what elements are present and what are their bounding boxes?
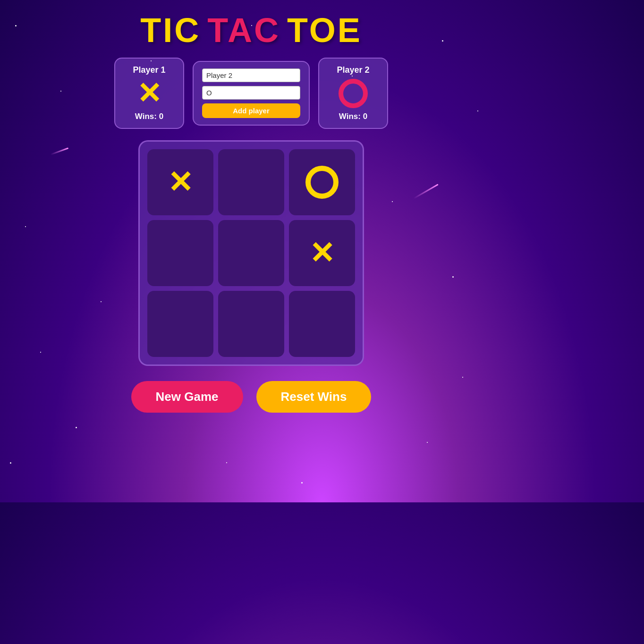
star-1 [60, 91, 61, 92]
new-game-button[interactable]: New Game [131, 381, 243, 413]
cell-4[interactable] [218, 220, 284, 286]
cell-1[interactable] [218, 149, 284, 215]
star-11 [301, 482, 303, 483]
player2-wins: Wins: 0 [339, 112, 367, 121]
add-player-button[interactable]: Add player [202, 103, 300, 118]
star-7 [462, 377, 463, 378]
star-16 [392, 201, 393, 202]
star-2 [442, 40, 443, 42]
star-15 [101, 301, 102, 302]
game-title: TIC TAC TOE [140, 13, 362, 47]
player1-symbol: ✕ [137, 79, 161, 108]
title-tic: TIC [140, 13, 201, 47]
shooting-star-2 [51, 147, 69, 155]
star-4 [25, 226, 26, 227]
title-toe: TOE [287, 13, 362, 47]
cell-3[interactable] [147, 220, 213, 286]
star-17 [10, 462, 11, 464]
cell-o-2 [305, 166, 339, 199]
player2-card: Player 2 Wins: 0 [318, 58, 388, 129]
player1-label: Player 1 [133, 65, 165, 75]
star-6 [40, 352, 41, 353]
reset-wins-button[interactable]: Reset Wins [256, 381, 372, 413]
players-row: Player 1 ✕ Wins: 0 Add player Player 2 W… [114, 58, 388, 129]
star-0 [15, 25, 17, 26]
shooting-star-1 [414, 184, 439, 200]
star-5 [452, 276, 454, 278]
player-symbol-input[interactable] [202, 86, 300, 100]
player1-card: Player 1 ✕ Wins: 0 [114, 58, 184, 129]
cell-0[interactable]: ✕ [147, 149, 213, 215]
cell-8[interactable] [289, 291, 355, 357]
title-tac: TAC [207, 13, 280, 47]
player-name-input[interactable] [202, 68, 300, 82]
add-player-form: Add player [193, 61, 310, 126]
star-8 [76, 427, 77, 428]
player1-wins: Wins: 0 [135, 112, 163, 121]
star-3 [477, 110, 478, 111]
buttons-row: New Game Reset Wins [131, 381, 372, 413]
game-board: ✕✕ [138, 140, 364, 366]
player2-symbol [339, 79, 368, 108]
cell-6[interactable] [147, 291, 213, 357]
player2-label: Player 2 [337, 65, 369, 75]
cell-5[interactable]: ✕ [289, 220, 355, 286]
star-9 [427, 442, 428, 443]
star-10 [226, 462, 227, 463]
cell-7[interactable] [218, 291, 284, 357]
cell-2[interactable] [289, 149, 355, 215]
